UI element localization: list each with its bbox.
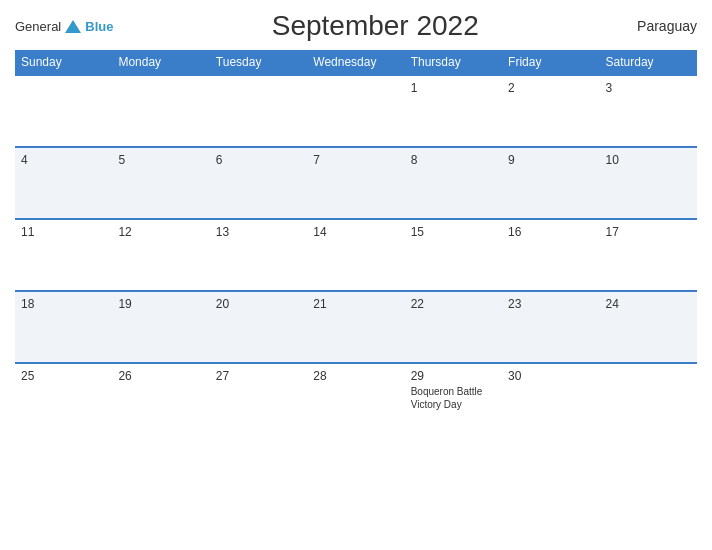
calendar-cell: 14 [307, 219, 404, 291]
weekday-header-friday: Friday [502, 50, 599, 75]
weekday-header-saturday: Saturday [600, 50, 697, 75]
country-label: Paraguay [637, 18, 697, 34]
day-number: 17 [606, 225, 691, 239]
logo-blue: Blue [85, 19, 113, 34]
calendar-page: General Blue September 2022 Paraguay Sun… [0, 0, 712, 550]
calendar-week-row: 45678910 [15, 147, 697, 219]
day-number: 27 [216, 369, 301, 383]
page-header: General Blue September 2022 Paraguay [15, 10, 697, 42]
day-number: 6 [216, 153, 301, 167]
weekday-header-tuesday: Tuesday [210, 50, 307, 75]
day-number: 10 [606, 153, 691, 167]
calendar-cell: 28 [307, 363, 404, 435]
calendar-cell [210, 75, 307, 147]
calendar-cell: 25 [15, 363, 112, 435]
day-number: 21 [313, 297, 398, 311]
day-number: 20 [216, 297, 301, 311]
day-number: 7 [313, 153, 398, 167]
day-number: 24 [606, 297, 691, 311]
calendar-cell: 3 [600, 75, 697, 147]
calendar-cell: 21 [307, 291, 404, 363]
day-number: 4 [21, 153, 106, 167]
calendar-cell: 6 [210, 147, 307, 219]
calendar-cell: 30 [502, 363, 599, 435]
day-number: 19 [118, 297, 203, 311]
month-title: September 2022 [113, 10, 637, 42]
calendar-cell: 26 [112, 363, 209, 435]
calendar-cell [600, 363, 697, 435]
calendar-cell [307, 75, 404, 147]
calendar-cell: 20 [210, 291, 307, 363]
calendar-week-row: 18192021222324 [15, 291, 697, 363]
calendar-cell [112, 75, 209, 147]
calendar-cell: 12 [112, 219, 209, 291]
calendar-cell: 13 [210, 219, 307, 291]
calendar-cell: 18 [15, 291, 112, 363]
day-number: 26 [118, 369, 203, 383]
calendar-cell: 5 [112, 147, 209, 219]
weekday-header-wednesday: Wednesday [307, 50, 404, 75]
calendar-cell: 23 [502, 291, 599, 363]
calendar-cell: 2 [502, 75, 599, 147]
calendar-cell: 27 [210, 363, 307, 435]
day-number: 18 [21, 297, 106, 311]
day-number: 16 [508, 225, 593, 239]
day-number: 28 [313, 369, 398, 383]
day-number: 5 [118, 153, 203, 167]
day-number: 3 [606, 81, 691, 95]
day-number: 9 [508, 153, 593, 167]
logo-general: General [15, 19, 61, 34]
calendar-cell: 1 [405, 75, 502, 147]
calendar-week-row: 123 [15, 75, 697, 147]
calendar-cell: 10 [600, 147, 697, 219]
calendar-cell: 19 [112, 291, 209, 363]
calendar-cell: 15 [405, 219, 502, 291]
day-number: 11 [21, 225, 106, 239]
day-number: 12 [118, 225, 203, 239]
day-number: 2 [508, 81, 593, 95]
calendar-table: SundayMondayTuesdayWednesdayThursdayFrid… [15, 50, 697, 435]
weekday-header-monday: Monday [112, 50, 209, 75]
calendar-cell: 22 [405, 291, 502, 363]
calendar-week-row: 2526272829Boqueron Battle Victory Day30 [15, 363, 697, 435]
day-number: 25 [21, 369, 106, 383]
calendar-cell: 11 [15, 219, 112, 291]
weekday-header-thursday: Thursday [405, 50, 502, 75]
event-label: Boqueron Battle Victory Day [411, 385, 496, 411]
calendar-cell: 16 [502, 219, 599, 291]
logo-triangle-icon [65, 20, 81, 33]
logo: General Blue [15, 19, 113, 34]
calendar-cell: 7 [307, 147, 404, 219]
weekday-header-row: SundayMondayTuesdayWednesdayThursdayFrid… [15, 50, 697, 75]
day-number: 1 [411, 81, 496, 95]
calendar-cell: 4 [15, 147, 112, 219]
calendar-cell: 29Boqueron Battle Victory Day [405, 363, 502, 435]
calendar-cell: 9 [502, 147, 599, 219]
day-number: 8 [411, 153, 496, 167]
calendar-cell: 17 [600, 219, 697, 291]
day-number: 22 [411, 297, 496, 311]
day-number: 15 [411, 225, 496, 239]
day-number: 13 [216, 225, 301, 239]
day-number: 29 [411, 369, 496, 383]
calendar-cell: 24 [600, 291, 697, 363]
day-number: 30 [508, 369, 593, 383]
calendar-cell: 8 [405, 147, 502, 219]
calendar-cell [15, 75, 112, 147]
day-number: 23 [508, 297, 593, 311]
calendar-week-row: 11121314151617 [15, 219, 697, 291]
day-number: 14 [313, 225, 398, 239]
weekday-header-sunday: Sunday [15, 50, 112, 75]
